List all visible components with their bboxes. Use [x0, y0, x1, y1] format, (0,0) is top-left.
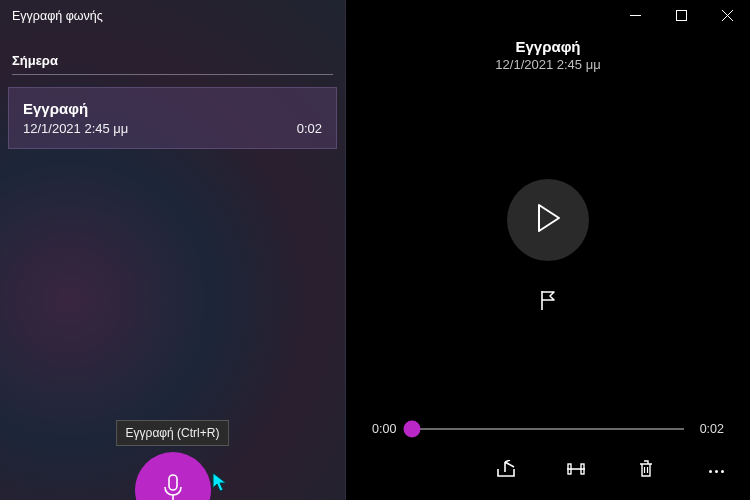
minimize-button[interactable] — [612, 0, 658, 30]
bottom-toolbar — [346, 446, 750, 500]
section-header-today: Σήμερα — [12, 53, 333, 75]
mouse-cursor-icon — [212, 472, 230, 498]
record-button[interactable] — [135, 452, 211, 500]
maximize-button[interactable] — [658, 0, 704, 30]
microphone-icon — [161, 473, 185, 500]
share-button[interactable] — [494, 459, 518, 483]
timeline: 0:00 0:02 — [346, 422, 750, 446]
share-icon — [496, 460, 516, 482]
time-current: 0:00 — [372, 422, 402, 436]
seek-knob[interactable] — [404, 421, 421, 438]
delete-button[interactable] — [634, 459, 658, 483]
add-marker-button[interactable] — [538, 289, 558, 315]
more-button[interactable] — [704, 459, 728, 483]
recording-item-title: Εγγραφή — [23, 100, 322, 117]
flag-icon — [538, 297, 558, 314]
svg-rect-3 — [676, 10, 686, 20]
record-tooltip: Εγγραφή (Ctrl+R) — [116, 420, 230, 446]
play-icon — [535, 203, 561, 237]
recording-item-date: 12/1/2021 2:45 μμ — [23, 121, 128, 136]
close-button[interactable] — [704, 0, 750, 30]
recording-title: Εγγραφή — [346, 38, 750, 55]
more-icon — [709, 470, 724, 473]
time-total: 0:02 — [694, 422, 724, 436]
trim-icon — [565, 462, 587, 480]
svg-rect-0 — [169, 475, 177, 490]
detail-panel: Εγγραφή 12/1/2021 2:45 μμ 0:00 — [346, 0, 750, 500]
play-button[interactable] — [507, 179, 589, 261]
sidebar: Εγγραφή φωνής Σήμερα Εγγραφή 12/1/2021 2… — [0, 0, 346, 500]
app-title: Εγγραφή φωνής — [0, 0, 345, 23]
trash-icon — [638, 459, 654, 483]
seek-slider[interactable] — [412, 428, 684, 430]
recording-list-item[interactable]: Εγγραφή 12/1/2021 2:45 μμ 0:02 — [8, 87, 337, 149]
window-titlebar — [346, 0, 750, 30]
recording-date: 12/1/2021 2:45 μμ — [346, 57, 750, 72]
recording-item-duration: 0:02 — [297, 121, 322, 136]
trim-button[interactable] — [564, 459, 588, 483]
